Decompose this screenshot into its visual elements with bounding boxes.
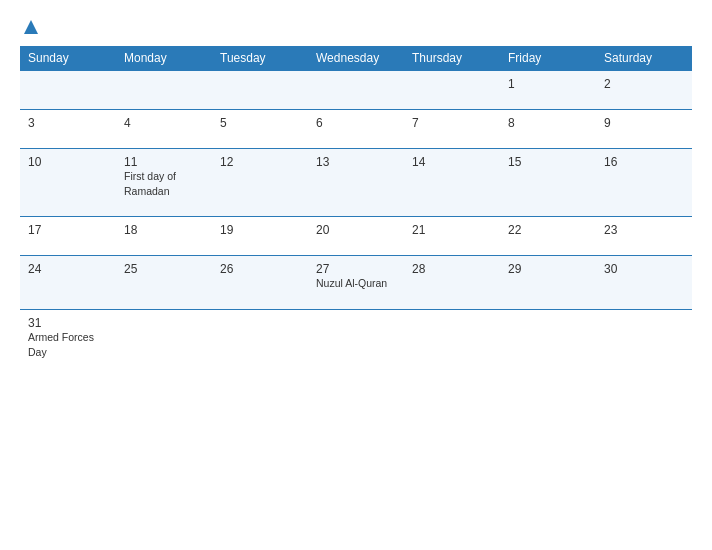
calendar-cell: 9 [596, 110, 692, 149]
calendar-cell: 1 [500, 71, 596, 110]
day-number: 8 [508, 116, 588, 130]
calendar-cell: 12 [212, 149, 308, 217]
calendar-cell: 7 [404, 110, 500, 149]
day-header-friday: Friday [500, 46, 596, 71]
logo [20, 18, 40, 36]
day-number: 5 [220, 116, 300, 130]
calendar-cell: 3 [20, 110, 116, 149]
day-number: 13 [316, 155, 396, 169]
calendar-week-1: 3456789 [20, 110, 692, 149]
calendar-week-4: 24252627Nuzul Al-Quran282930 [20, 256, 692, 310]
calendar-cell: 21 [404, 217, 500, 256]
calendar-table: SundayMondayTuesdayWednesdayThursdayFrid… [20, 46, 692, 377]
calendar-cell [212, 309, 308, 377]
day-header-tuesday: Tuesday [212, 46, 308, 71]
day-number: 30 [604, 262, 684, 276]
calendar-cell [404, 71, 500, 110]
day-header-monday: Monday [116, 46, 212, 71]
day-number: 22 [508, 223, 588, 237]
day-number: 2 [604, 77, 684, 91]
calendar-cell [404, 309, 500, 377]
calendar-cell [116, 71, 212, 110]
day-event: Nuzul Al-Quran [316, 277, 387, 289]
calendar-page: SundayMondayTuesdayWednesdayThursdayFrid… [0, 0, 712, 550]
calendar-week-5: 31Armed Forces Day [20, 309, 692, 377]
calendar-cell: 30 [596, 256, 692, 310]
day-number: 16 [604, 155, 684, 169]
calendar-cell [116, 309, 212, 377]
calendar-cell: 26 [212, 256, 308, 310]
day-header-thursday: Thursday [404, 46, 500, 71]
calendar-cell [500, 309, 596, 377]
day-number: 6 [316, 116, 396, 130]
calendar-cell: 18 [116, 217, 212, 256]
day-number: 21 [412, 223, 492, 237]
header [20, 18, 692, 36]
calendar-cell [308, 71, 404, 110]
day-number: 19 [220, 223, 300, 237]
calendar-cell: 25 [116, 256, 212, 310]
calendar-cell: 16 [596, 149, 692, 217]
calendar-cell: 4 [116, 110, 212, 149]
calendar-cell: 11First day of Ramadan [116, 149, 212, 217]
day-number: 7 [412, 116, 492, 130]
day-number: 28 [412, 262, 492, 276]
calendar-cell: 6 [308, 110, 404, 149]
calendar-cell [596, 309, 692, 377]
day-number: 15 [508, 155, 588, 169]
day-number: 18 [124, 223, 204, 237]
calendar-week-0: 12 [20, 71, 692, 110]
day-number: 24 [28, 262, 108, 276]
day-number: 20 [316, 223, 396, 237]
day-number: 17 [28, 223, 108, 237]
calendar-cell: 10 [20, 149, 116, 217]
day-number: 27 [316, 262, 396, 276]
calendar-cell: 5 [212, 110, 308, 149]
calendar-cell: 24 [20, 256, 116, 310]
day-header-saturday: Saturday [596, 46, 692, 71]
day-header-wednesday: Wednesday [308, 46, 404, 71]
calendar-cell: 19 [212, 217, 308, 256]
calendar-cell: 15 [500, 149, 596, 217]
day-number: 3 [28, 116, 108, 130]
calendar-cell: 28 [404, 256, 500, 310]
calendar-week-2: 1011First day of Ramadan1213141516 [20, 149, 692, 217]
calendar-week-3: 17181920212223 [20, 217, 692, 256]
day-number: 25 [124, 262, 204, 276]
day-event: First day of Ramadan [124, 170, 176, 197]
calendar-header-row: SundayMondayTuesdayWednesdayThursdayFrid… [20, 46, 692, 71]
day-number: 9 [604, 116, 684, 130]
day-number: 31 [28, 316, 108, 330]
day-number: 10 [28, 155, 108, 169]
calendar-cell: 22 [500, 217, 596, 256]
calendar-cell: 17 [20, 217, 116, 256]
calendar-cell: 20 [308, 217, 404, 256]
calendar-cell: 2 [596, 71, 692, 110]
day-number: 14 [412, 155, 492, 169]
day-number: 1 [508, 77, 588, 91]
day-event: Armed Forces Day [28, 331, 94, 358]
calendar-cell [212, 71, 308, 110]
day-number: 29 [508, 262, 588, 276]
svg-marker-0 [24, 20, 38, 34]
calendar-cell: 31Armed Forces Day [20, 309, 116, 377]
calendar-cell: 8 [500, 110, 596, 149]
calendar-cell: 23 [596, 217, 692, 256]
calendar-cell: 14 [404, 149, 500, 217]
day-number: 26 [220, 262, 300, 276]
logo-icon [22, 18, 40, 36]
calendar-cell: 13 [308, 149, 404, 217]
calendar-cell: 27Nuzul Al-Quran [308, 256, 404, 310]
day-number: 4 [124, 116, 204, 130]
calendar-cell [20, 71, 116, 110]
calendar-cell: 29 [500, 256, 596, 310]
day-number: 12 [220, 155, 300, 169]
day-header-sunday: Sunday [20, 46, 116, 71]
calendar-cell [308, 309, 404, 377]
day-number: 23 [604, 223, 684, 237]
day-number: 11 [124, 155, 204, 169]
